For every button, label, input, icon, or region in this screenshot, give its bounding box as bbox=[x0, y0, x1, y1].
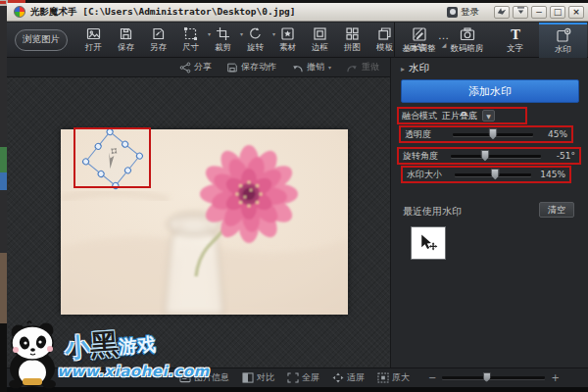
frame-button[interactable]: 边框 bbox=[304, 26, 336, 54]
annotation-box-size: 水印大小 145% bbox=[401, 166, 571, 183]
undo-button[interactable]: 撤销 ▾ bbox=[291, 61, 331, 74]
annotation-box-opacity: 透明度 45% bbox=[399, 125, 573, 143]
tab-digital-darkroom[interactable]: 数码暗房 bbox=[443, 23, 491, 58]
zoom-slider[interactable] bbox=[442, 376, 545, 379]
recent-watermark-thumbnail[interactable] bbox=[411, 226, 446, 260]
app-logo-icon bbox=[14, 6, 25, 18]
tab-text[interactable]: T 文字 bbox=[491, 23, 539, 58]
fit-screen-button[interactable]: 适屏 bbox=[332, 371, 365, 384]
skin-button[interactable] bbox=[494, 6, 510, 19]
size-label: 水印大小 bbox=[407, 169, 450, 181]
save-icon bbox=[119, 26, 133, 41]
recent-watermarks-label: 最近使用水印 bbox=[403, 205, 462, 219]
browse-images-button[interactable]: 浏览图片 bbox=[15, 29, 68, 51]
collapse-triangle-icon[interactable]: ▸ bbox=[401, 65, 405, 74]
save-as-button[interactable]: 另存 bbox=[142, 26, 174, 54]
panel-tab-group: 基本调整 数码暗房 T 文字 水印 bbox=[394, 23, 588, 58]
login-button[interactable]: 登录 bbox=[447, 6, 479, 19]
save-action-button[interactable]: 保存动作 bbox=[226, 61, 276, 74]
zoom-out-button[interactable]: − bbox=[428, 372, 436, 383]
redo-button[interactable]: 重做 bbox=[346, 61, 379, 74]
fullscreen-button[interactable]: 全屏 bbox=[287, 371, 319, 384]
material-icon bbox=[280, 26, 295, 41]
tab-watermark[interactable]: 水印 bbox=[539, 23, 587, 58]
size-slider[interactable] bbox=[455, 173, 531, 176]
undo-dropdown-caret[interactable]: ▾ bbox=[328, 64, 331, 71]
blend-mode-dropdown[interactable]: ▼ bbox=[482, 110, 495, 122]
opacity-slider-thumb[interactable] bbox=[489, 128, 498, 140]
collage-icon bbox=[345, 26, 360, 41]
crop-button[interactable]: 裁剪 ▾ bbox=[207, 26, 239, 54]
annotation-box-rotation: 旋转角度 -51° bbox=[397, 147, 581, 165]
app-window: 光影魔术手 [C:\Users\Administrator\Desktop\0.… bbox=[7, 3, 588, 392]
collapse-toolbar-button[interactable] bbox=[513, 6, 528, 19]
maximize-button[interactable]: □ bbox=[550, 6, 565, 19]
rotate-icon bbox=[248, 26, 263, 41]
image-canvas[interactable] bbox=[7, 77, 390, 368]
status-bar: 图片信息 对比 全屏 适屏 原大 − bbox=[7, 368, 588, 387]
rotation-label: 旋转角度 bbox=[403, 150, 446, 163]
collage-button[interactable]: 拼图 bbox=[336, 26, 368, 54]
panel-header: ▸ 水印 bbox=[401, 62, 429, 75]
close-button[interactable]: × bbox=[568, 6, 584, 19]
open-image-icon bbox=[86, 26, 101, 41]
watermark-panel: ▸ 水印 添加水印 融合模式 正片叠底 ▼ 透明度 45% 旋转角度 bbox=[390, 58, 588, 368]
main-toolbar: 浏览图片 打开 保存 另存 bbox=[7, 23, 588, 58]
add-watermark-button[interactable]: 添加水印 bbox=[401, 79, 579, 103]
rotation-slider[interactable] bbox=[451, 155, 541, 158]
opacity-label: 透明度 bbox=[405, 128, 448, 141]
annotation-box-watermark bbox=[74, 127, 151, 188]
share-button[interactable]: 分享 bbox=[179, 61, 212, 74]
blend-mode-value[interactable]: 正片叠底 bbox=[442, 110, 477, 122]
frame-icon bbox=[313, 26, 327, 41]
blend-mode-label: 融合模式 bbox=[402, 110, 437, 122]
save-as-icon bbox=[151, 26, 166, 41]
rotation-slider-thumb[interactable] bbox=[480, 150, 489, 162]
material-button[interactable]: 素材 bbox=[271, 26, 304, 54]
zoom-in-button[interactable]: + bbox=[551, 372, 559, 383]
resize-icon bbox=[183, 26, 198, 41]
open-button[interactable]: 打开 bbox=[77, 26, 110, 54]
template-icon bbox=[377, 26, 392, 41]
resize-button[interactable]: 尺寸 ▾ bbox=[174, 26, 207, 54]
size-slider-thumb[interactable] bbox=[491, 169, 500, 180]
title-bar: 光影魔术手 [C:\Users\Administrator\Desktop\0.… bbox=[7, 3, 588, 22]
minimize-button[interactable]: − bbox=[531, 6, 547, 19]
opacity-slider[interactable] bbox=[453, 133, 533, 136]
zoom-slider-thumb[interactable] bbox=[483, 372, 491, 382]
tab-basic-adjust[interactable]: 基本调整 bbox=[395, 23, 443, 58]
save-button[interactable]: 保存 bbox=[110, 26, 142, 54]
screenshot-stage: 光影魔术手 [C:\Users\Administrator\Desktop\0.… bbox=[0, 0, 588, 392]
action-bar: 分享 保存动作 撤销 ▾ 重做 还原 bbox=[7, 58, 390, 77]
crop-icon bbox=[216, 26, 230, 41]
rotation-value: -51° bbox=[546, 151, 575, 161]
rotate-button[interactable]: 旋转 ▾ bbox=[239, 26, 271, 54]
original-size-button[interactable]: 原大 bbox=[377, 371, 410, 384]
image-info-button[interactable]: 图片信息 bbox=[179, 371, 229, 384]
svg-text:T: T bbox=[511, 26, 520, 41]
login-avatar-icon bbox=[447, 7, 458, 18]
opacity-value: 45% bbox=[538, 129, 567, 139]
annotation-box-blend-mode: 融合模式 正片叠底 ▼ bbox=[397, 107, 527, 124]
window-bottom-edge bbox=[7, 387, 588, 392]
strip-fragment bbox=[0, 1, 6, 4]
size-value: 145% bbox=[536, 170, 565, 179]
compare-button[interactable]: 对比 bbox=[242, 371, 274, 384]
window-title: 光影魔术手 [C:\Users\Administrator\Desktop\0.… bbox=[30, 6, 296, 19]
clear-recent-button[interactable]: 清空 bbox=[539, 202, 574, 218]
zoom-control: − + bbox=[428, 372, 560, 383]
